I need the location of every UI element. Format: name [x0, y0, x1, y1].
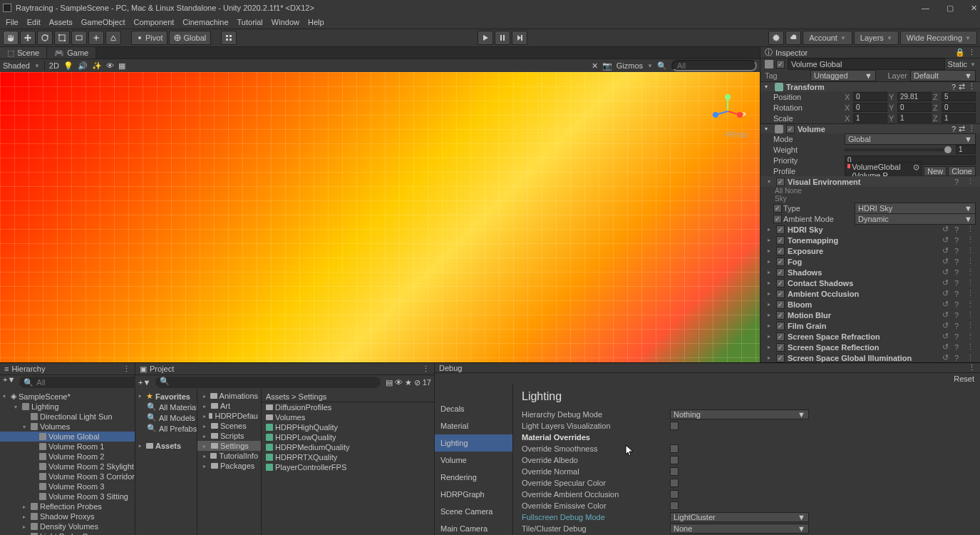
grid-toggle-icon[interactable]: ▦ [118, 61, 125, 71]
audio-toggle-icon[interactable]: 🔊 [78, 61, 88, 71]
debug-dropdown[interactable]: Nothing▼ [670, 409, 809, 419]
mode-dropdown[interactable]: Global▼ [845, 133, 976, 145]
type-override-checkbox[interactable]: ✓ [773, 204, 782, 213]
perspective-label[interactable]: <Persp [724, 131, 747, 138]
project-folder[interactable]: ▸Scripts [197, 431, 261, 441]
saved-search[interactable]: 🔍All Models [135, 412, 197, 423]
orientation-gizmo[interactable]: x [710, 93, 746, 129]
ambient-mode-dropdown[interactable]: Dynamic▼ [855, 213, 976, 225]
pan-tool[interactable] [3, 31, 19, 45]
rot-y[interactable]: 0 [897, 103, 932, 112]
project-asset[interactable]: Volumes [262, 412, 434, 422]
debug-nav-lighting[interactable]: Lighting [435, 434, 512, 452]
2d-toggle[interactable]: 2D [49, 61, 59, 70]
pause-button[interactable] [495, 31, 510, 45]
minimize-button[interactable]: — [922, 4, 929, 13]
scene-search[interactable] [671, 60, 757, 71]
saved-search[interactable]: 🔍All Materials [135, 402, 197, 412]
collab-icon[interactable] [768, 31, 784, 45]
weight-slider[interactable] [845, 148, 951, 151]
global-toggle[interactable]: Global [169, 31, 211, 45]
visenv-fold[interactable]: ▾ [768, 178, 773, 185]
debug-nav-scene-camera[interactable]: Scene Camera [435, 503, 512, 520]
transform-tool[interactable] [88, 31, 104, 45]
weight-value[interactable]: 1 [956, 145, 976, 154]
project-asset[interactable]: HDRPHighQuality [262, 422, 434, 432]
eye-icon[interactable]: 👁 [395, 378, 403, 387]
debug-checkbox[interactable] [670, 501, 679, 510]
play-button[interactable] [478, 31, 493, 45]
scene-root[interactable]: ▾◈SampleScene* [0, 391, 135, 402]
preset-icon[interactable]: ⇄ [959, 124, 965, 133]
scale-x[interactable]: 1 [853, 113, 887, 123]
shading-dropdown[interactable]: Shaded [3, 61, 30, 70]
tab-game[interactable]: 🎮Game [47, 47, 96, 58]
tab-scene[interactable]: ⬚Scene [0, 47, 47, 58]
menu-dots-icon[interactable]: ⋮ [966, 177, 976, 186]
scene-viewport[interactable]: x <Persp [0, 72, 760, 362]
new-profile-button[interactable]: New [924, 166, 947, 176]
rect-tool[interactable] [71, 31, 87, 45]
hierarchy-item[interactable]: Volume Room 3 Sitting [0, 491, 135, 501]
debug-dropdown[interactable]: None▼ [670, 524, 809, 534]
project-folder[interactable]: ▸Packages [197, 461, 261, 471]
project-folder[interactable]: ▸Settings [197, 441, 261, 451]
favorites-folder[interactable]: ▾★Favorites [135, 391, 197, 402]
saved-search[interactable]: 🔍All Prefabs [135, 423, 197, 434]
debug-nav-rendering[interactable]: Rendering [435, 469, 512, 486]
panel-menu-icon[interactable]: ⋮ [968, 363, 976, 372]
debug-nav-main-camera[interactable]: Main Camera [435, 520, 512, 535]
hierarchy-item[interactable]: Directional Light Sun [0, 412, 135, 422]
scale-y[interactable]: 1 [897, 113, 932, 123]
star-icon[interactable]: ★ [405, 378, 412, 387]
pivot-toggle[interactable]: Pivot [131, 31, 167, 45]
maximize-button[interactable]: ▢ [947, 4, 954, 13]
pos-x[interactable]: 0 [853, 92, 887, 101]
preset-icon[interactable]: ⇄ [959, 82, 965, 91]
project-asset[interactable]: HDRPLowQuality [262, 432, 434, 442]
pos-z[interactable]: 5 [942, 92, 976, 101]
scale-tool[interactable] [54, 31, 70, 45]
reset-button[interactable]: Reset [954, 374, 974, 383]
rot-z[interactable]: 0 [942, 103, 976, 112]
project-asset[interactable]: HDRPMediumQuality [262, 442, 434, 452]
pos-y[interactable]: 29.81 [897, 92, 932, 101]
project-folder[interactable]: ▸Art [197, 401, 261, 411]
active-checkbox[interactable]: ✓ [776, 60, 785, 68]
menu-gameobject[interactable]: GameObject [81, 18, 125, 26]
hidden-toggle-icon[interactable]: 👁 [106, 61, 114, 70]
layout-dropdown[interactable]: Wide Recording▼ [900, 31, 977, 45]
help-icon[interactable]: ? [954, 178, 964, 186]
cloud-icon[interactable] [785, 31, 801, 45]
debug-nav-material[interactable]: Material [435, 417, 512, 434]
menu-icon[interactable]: ⋮ [968, 48, 976, 57]
project-asset[interactable]: HDRPRTXQuality [262, 452, 434, 462]
debug-checkbox[interactable] [670, 490, 679, 499]
debug-checkbox[interactable] [670, 422, 679, 430]
hierarchy-item[interactable]: ▸Shadow Proxys [0, 511, 135, 521]
sky-type-dropdown[interactable]: HDRI Sky▼ [855, 203, 976, 214]
tag-dropdown[interactable]: Untagged▼ [810, 70, 876, 81]
hierarchy-item[interactable]: ▸Reflection Probes [0, 501, 135, 511]
help-icon[interactable]: ? [951, 83, 956, 91]
move-tool[interactable] [20, 31, 36, 45]
panel-menu-icon[interactable]: ⋮ [123, 365, 130, 374]
layer-dropdown[interactable]: Default▼ [910, 70, 976, 81]
rotate-tool[interactable] [37, 31, 53, 45]
hierarchy-item[interactable]: ▾Lighting [0, 402, 135, 412]
transform-fold[interactable]: ▾ [765, 83, 772, 90]
menu-cinemachine[interactable]: Cinemachine [182, 18, 228, 26]
debug-checkbox[interactable] [670, 456, 679, 464]
all-none-links[interactable]: All None [760, 187, 980, 195]
help-icon[interactable]: ? [951, 125, 956, 133]
account-dropdown[interactable]: Account▼ [803, 31, 852, 45]
camera-icon[interactable]: 📷 [602, 61, 612, 71]
panel-menu-icon[interactable]: ⋮ [422, 365, 430, 374]
close-button[interactable]: ✕ [971, 4, 977, 13]
debug-checkbox[interactable] [670, 444, 679, 453]
menu-file[interactable]: File [6, 18, 19, 26]
debug-checkbox[interactable] [670, 479, 679, 487]
hierarchy-item[interactable]: Volume Room 2 Skylight [0, 462, 135, 472]
menu-component[interactable]: Component [133, 18, 174, 26]
debug-nav-volume[interactable]: Volume [435, 452, 512, 469]
